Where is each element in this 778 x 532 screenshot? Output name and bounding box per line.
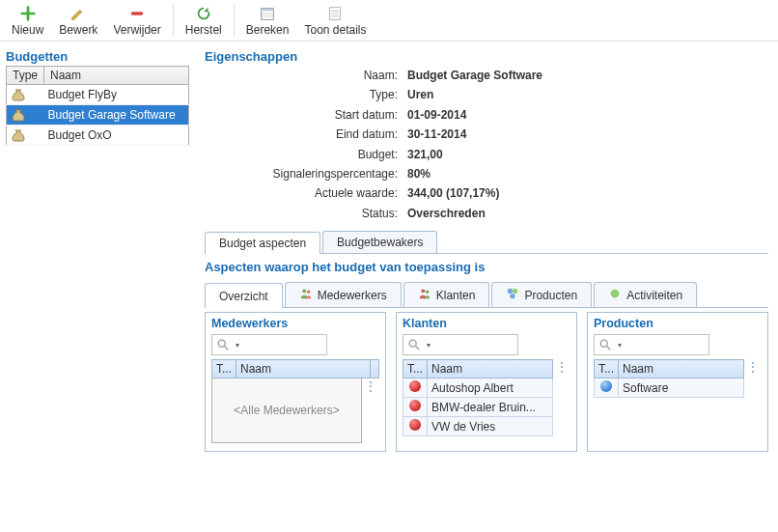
prop-label: Signaleringspercentage:: [234, 164, 398, 183]
product-dot-icon: [600, 380, 612, 392]
properties-panel: Eigenschappen Naam:Budget Garage Softwar…: [195, 42, 778, 452]
prop-value: Overschreden: [407, 204, 486, 223]
primary-tabrow: Budget aspecten Budgetbewakers: [205, 231, 768, 254]
prop-value: Budget Garage Software: [407, 66, 542, 85]
col-type[interactable]: T...: [595, 360, 619, 378]
prop-label: Type:: [234, 85, 398, 104]
table-row[interactable]: Budget Garage Software: [7, 105, 189, 126]
status-dot-icon: [409, 419, 421, 431]
chevron-down-icon: ▾: [618, 341, 622, 350]
svg-point-16: [611, 290, 620, 298]
restore-button[interactable]: Herstel: [178, 2, 230, 39]
main-toolbar: Nieuw Bewerk Verwijder Herstel Bereken T…: [0, 0, 778, 42]
budget-name: Budget OxO: [44, 126, 189, 146]
svg-point-11: [421, 290, 425, 294]
search-icon: [216, 338, 230, 351]
new-button[interactable]: Nieuw: [4, 2, 51, 39]
tab-employees[interactable]: Medewerkers: [285, 282, 402, 307]
money-bag-icon: [11, 87, 26, 102]
col-type[interactable]: Type: [7, 67, 44, 85]
refresh-icon: [194, 4, 213, 23]
calculate-button[interactable]: Bereken: [238, 2, 297, 39]
show-details-button[interactable]: Toon details: [296, 2, 374, 39]
table-row[interactable]: Budget FlyBy: [7, 85, 189, 105]
employees-panel: Medewerkers ▾ T... Naam: [205, 312, 386, 452]
status-dot-icon: [409, 380, 421, 392]
more-menu[interactable]: ⋮: [553, 359, 570, 436]
aspects-section-title: Aspecten waarop het budget van toepassin…: [205, 260, 768, 274]
calendar-icon: [258, 4, 277, 23]
clients-table: T... Naam Autoshop Albert BMW-dealer Bru…: [403, 359, 553, 436]
svg-point-9: [302, 290, 306, 294]
svg-point-19: [409, 340, 416, 347]
status-dot-icon: [409, 400, 421, 411]
table-row[interactable]: Software: [595, 378, 744, 398]
tab-budget-aspects[interactable]: Budget aspecten: [205, 232, 320, 254]
products-table: T... Naam Software: [594, 359, 744, 398]
edit-label: Bewerk: [59, 23, 97, 37]
tab-products[interactable]: Producten: [491, 282, 592, 307]
svg-line-22: [607, 347, 611, 350]
budget-name: Budget FlyBy: [44, 85, 189, 105]
activity-icon: [608, 287, 622, 303]
chevron-down-icon: ▾: [236, 341, 239, 350]
svg-line-20: [416, 347, 420, 350]
svg-point-21: [600, 340, 607, 347]
tab-clients[interactable]: Klanten: [403, 282, 490, 307]
show-details-label: Toon details: [304, 23, 366, 37]
col-type[interactable]: T...: [403, 360, 428, 378]
col-name[interactable]: Naam: [44, 67, 189, 85]
svg-point-12: [426, 291, 430, 294]
col-name[interactable]: Naam: [428, 360, 553, 378]
prop-value: 01-09-2014: [407, 105, 466, 125]
budgets-panel: Budgetten Type Naam Budget FlyBy Budget …: [0, 42, 195, 452]
products-panel: Producten ▾ T... Naam Software ⋮: [587, 312, 768, 452]
products-title: Producten: [594, 317, 762, 330]
employees-title: Medewerkers: [211, 317, 379, 330]
aspect-tabrow: Overzicht Medewerkers Klanten Producten …: [205, 282, 768, 308]
tab-activities[interactable]: Activiteiten: [594, 282, 697, 307]
prop-label: Start datum:: [234, 105, 398, 125]
products-search[interactable]: ▾: [594, 334, 709, 355]
people-red-icon: [418, 287, 431, 303]
col-name[interactable]: Naam: [236, 360, 371, 378]
delete-label: Verwijder: [113, 23, 160, 37]
search-icon: [598, 338, 612, 351]
table-row[interactable]: Budget OxO: [7, 126, 189, 146]
svg-rect-0: [131, 12, 144, 15]
delete-button[interactable]: Verwijder: [105, 2, 168, 39]
employees-search[interactable]: ▾: [211, 334, 327, 355]
clients-search[interactable]: ▾: [403, 334, 518, 355]
prop-label: Status:: [234, 204, 398, 223]
budgets-table: Type Naam Budget FlyBy Budget Garage Sof…: [6, 66, 189, 146]
svg-point-10: [307, 291, 311, 294]
more-menu[interactable]: ⋮: [744, 359, 762, 398]
edit-button[interactable]: Bewerk: [51, 2, 105, 39]
prop-label: Budget:: [234, 145, 398, 164]
people-icon: [299, 287, 313, 303]
money-bag-icon: [11, 127, 26, 143]
prop-label: Eind datum:: [234, 125, 398, 144]
svg-point-13: [508, 289, 513, 294]
plus-icon: [18, 4, 38, 23]
svg-point-15: [511, 294, 515, 298]
pencil-icon: [69, 4, 88, 23]
tab-budget-watchers[interactable]: Budgetbewakers: [322, 231, 437, 253]
col-name[interactable]: Naam: [619, 360, 744, 378]
prop-value: 321,00: [407, 145, 443, 164]
more-menu[interactable]: ⋮: [362, 378, 379, 443]
svg-point-17: [218, 340, 225, 347]
table-row[interactable]: VW de Vries: [403, 417, 553, 436]
prop-value: Uren: [407, 85, 433, 104]
document-icon: [325, 4, 345, 23]
properties-title: Eigenschappen: [205, 49, 768, 64]
prop-value: 344,00 (107,17%): [407, 183, 499, 203]
minus-icon: [127, 4, 147, 23]
table-row[interactable]: Autoshop Albert: [403, 378, 553, 398]
svg-line-18: [225, 347, 229, 350]
tab-overview[interactable]: Overzicht: [205, 283, 283, 308]
table-row[interactable]: BMW-dealer Bruin...: [403, 398, 553, 417]
search-icon: [407, 338, 421, 351]
col-type[interactable]: T...: [212, 360, 236, 378]
clients-panel: Klanten ▾ T... Naam Autoshop Albert BMW-…: [396, 312, 577, 452]
